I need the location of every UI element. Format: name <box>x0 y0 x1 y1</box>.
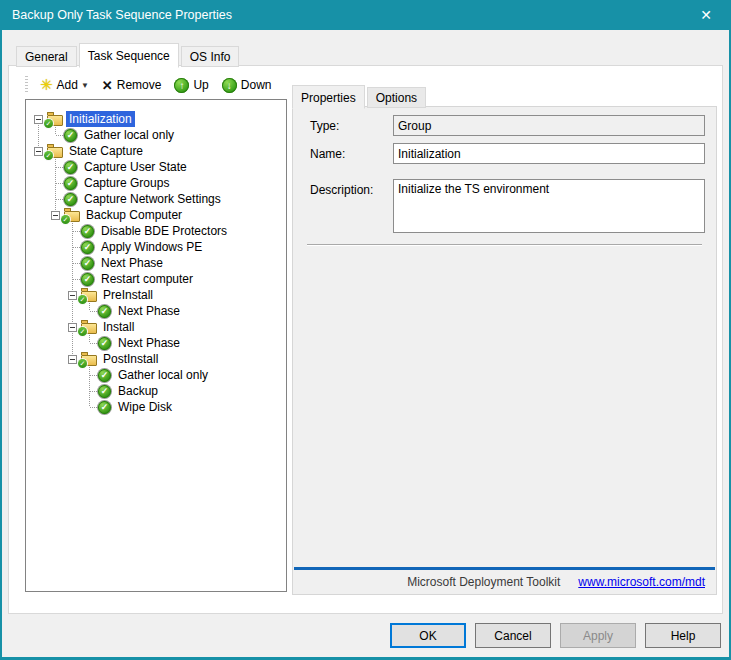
tree-item-label[interactable]: Next Phase <box>98 255 166 271</box>
name-field[interactable] <box>393 143 705 164</box>
tree-connector <box>64 239 81 255</box>
tree-item-label[interactable]: Install <box>100 319 137 335</box>
add-icon: ✳ <box>40 78 53 92</box>
up-label: Up <box>193 78 208 92</box>
tree-item-label[interactable]: Disable BDE Protectors <box>98 223 230 239</box>
add-button[interactable]: ✳ Add ▼ <box>37 76 92 94</box>
tree-item-label[interactable]: Capture Network Settings <box>81 191 224 207</box>
task-sequence-tab-page: ✳ Add ▼ ✕ Remove ↑ Up ↓ Down ✓Initializa… <box>8 65 723 614</box>
tree-item-label[interactable]: Next Phase <box>115 335 183 351</box>
tree-item-label[interactable]: Capture Groups <box>81 175 172 191</box>
tab-general[interactable]: General <box>16 46 77 67</box>
type-label: Type: <box>310 119 339 133</box>
dropdown-caret-icon: ▼ <box>81 81 89 90</box>
tree-item: ✓Next Phase <box>30 303 284 319</box>
tree-guide <box>47 351 64 367</box>
tree-item-label[interactable]: Backup Computer <box>83 207 185 223</box>
description-field[interactable]: Initialize the TS environment <box>393 179 705 233</box>
tree-guide <box>47 335 64 351</box>
panel-tab-properties[interactable]: Properties <box>292 85 365 109</box>
tree-guide <box>30 239 47 255</box>
remove-button[interactable]: ✕ Remove <box>99 76 165 94</box>
dialog-window: Backup Only Task Sequence Properties ✕ G… <box>0 0 731 660</box>
collapse-toggle[interactable] <box>34 147 43 156</box>
step-check-icon: ✓ <box>98 305 111 318</box>
collapse-toggle[interactable] <box>51 211 60 220</box>
tree-guide <box>30 127 47 143</box>
tree-item: ✓Backup Computer <box>30 207 284 223</box>
tab-os-info[interactable]: OS Info <box>181 46 240 67</box>
collapse-toggle[interactable] <box>34 115 43 124</box>
tree-item: ✓State Capture <box>30 143 284 159</box>
group-folder-icon: ✓ <box>81 291 97 302</box>
panel-tab-options[interactable]: Options <box>367 87 426 108</box>
tree-guide <box>64 303 81 319</box>
group-folder-icon: ✓ <box>81 355 97 366</box>
tab-task-sequence[interactable]: Task Sequence <box>79 43 179 68</box>
tree-guide <box>47 367 64 383</box>
down-button[interactable]: ↓ Down <box>219 76 275 95</box>
tree-item: ✓Wipe Disk <box>30 399 284 415</box>
down-icon: ↓ <box>222 78 237 93</box>
mdt-link[interactable]: www.microsoft.com/mdt <box>578 575 705 589</box>
group-folder-icon: ✓ <box>64 211 80 222</box>
add-label: Add <box>57 78 78 92</box>
ok-button[interactable]: OK <box>390 623 466 648</box>
tree-item-label[interactable]: PreInstall <box>100 287 156 303</box>
remove-icon: ✕ <box>102 79 113 92</box>
title-bar: Backup Only Task Sequence Properties ✕ <box>2 0 729 30</box>
step-check-icon: ✓ <box>64 177 77 190</box>
tree-item: ✓Backup <box>30 383 284 399</box>
cancel-button[interactable]: Cancel <box>475 623 551 648</box>
collapse-toggle[interactable] <box>68 323 77 332</box>
tree-item-label[interactable]: PostInstall <box>100 351 161 367</box>
tree-guide <box>64 399 81 415</box>
collapse-toggle[interactable] <box>68 291 77 300</box>
tree-item: ✓Disable BDE Protectors <box>30 223 284 239</box>
tree-guide <box>30 175 47 191</box>
close-icon: ✕ <box>700 7 712 23</box>
up-button[interactable]: ↑ Up <box>171 76 211 95</box>
tree-guide <box>30 319 47 335</box>
panel-footer: Microsoft Deployment Toolkit www.microso… <box>294 571 715 593</box>
tree-item-label[interactable]: Next Phase <box>115 303 183 319</box>
tree-item-label[interactable]: Initialization <box>66 111 135 127</box>
tree-connector <box>64 271 81 287</box>
tree-guide <box>64 335 81 351</box>
toolbar-grip[interactable] <box>25 76 28 94</box>
tree-item-label[interactable]: Wipe Disk <box>115 399 175 415</box>
tree-item-label[interactable]: State Capture <box>66 143 146 159</box>
tree-item-label[interactable]: Gather local only <box>81 127 177 143</box>
help-button[interactable]: Help <box>645 623 721 648</box>
step-check-icon: ✓ <box>64 193 77 206</box>
tree-item-label[interactable]: Restart computer <box>98 271 196 287</box>
tree-guide <box>30 351 47 367</box>
panel-tab-strip: PropertiesOptions <box>292 84 428 108</box>
close-button[interactable]: ✕ <box>683 0 729 30</box>
remove-label: Remove <box>117 78 162 92</box>
tree-item: ✓PostInstall <box>30 351 284 367</box>
tree-item: ✓Capture Groups <box>30 175 284 191</box>
tree-item: ✓Gather local only <box>30 127 284 143</box>
apply-button[interactable]: Apply <box>560 623 636 648</box>
step-check-icon: ✓ <box>64 129 77 142</box>
step-check-icon: ✓ <box>81 225 94 238</box>
tree-guide <box>30 207 47 223</box>
up-icon: ↑ <box>174 78 189 93</box>
tree-guide <box>30 287 47 303</box>
tree-item-label[interactable]: Gather local only <box>115 367 211 383</box>
tree-guide <box>47 271 64 287</box>
tree-item: ✓Capture User State <box>30 159 284 175</box>
footer-separator <box>294 567 715 570</box>
tree-item-label[interactable]: Apply Windows PE <box>98 239 205 255</box>
tree-item: ✓PreInstall <box>30 287 284 303</box>
name-label: Name: <box>310 147 345 161</box>
step-check-icon: ✓ <box>81 257 94 270</box>
step-check-icon: ✓ <box>81 273 94 286</box>
collapse-toggle[interactable] <box>68 355 77 364</box>
tree-item-label[interactable]: Backup <box>115 383 161 399</box>
tree-item-label[interactable]: Capture User State <box>81 159 190 175</box>
tree-item: ✓Next Phase <box>30 335 284 351</box>
dialog-buttons: OKCancelApplyHelp <box>390 623 721 648</box>
type-field[interactable] <box>393 115 705 136</box>
